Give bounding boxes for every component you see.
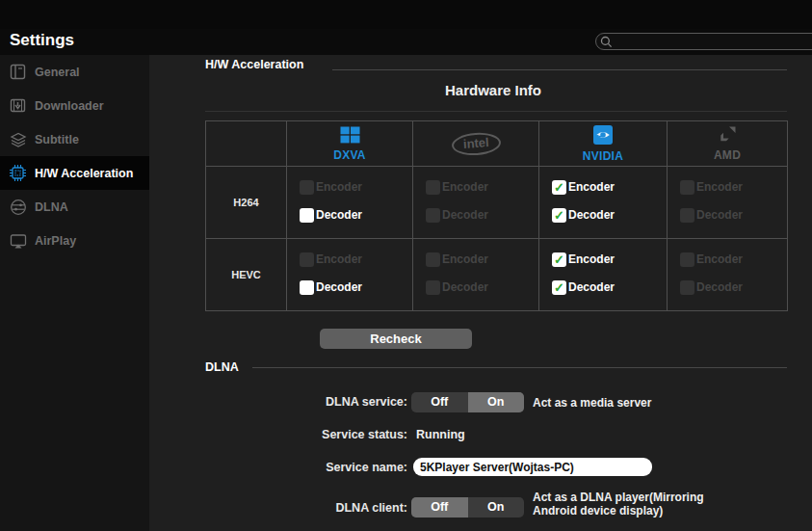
checkbox-box xyxy=(300,252,314,267)
table-corner-cell xyxy=(206,121,287,167)
codec-label-h264: H264 xyxy=(206,167,287,239)
checkbox-box xyxy=(680,208,694,223)
dlna-client-off-button[interactable]: Off xyxy=(411,497,468,518)
checkbox-hevc-intel-decoder: Decoder xyxy=(426,279,538,295)
sidebar-item-general[interactable]: General xyxy=(0,55,149,89)
hardware-info-underline xyxy=(205,111,787,112)
sidebar-item-label: Subtitle xyxy=(35,133,79,146)
checkbox-h264-intel-decoder: Decoder xyxy=(426,207,538,223)
checkbox-box xyxy=(426,252,440,267)
codec-label-hevc: HEVC xyxy=(206,239,287,311)
table-row-h264: H264 Encoder Decoder Encoder Decoder Enc… xyxy=(206,167,788,239)
cell-hevc-intel: Encoder Decoder xyxy=(413,239,539,311)
checkbox-box xyxy=(552,280,566,295)
column-header-intel: intel xyxy=(413,121,539,167)
cell-hevc-amd: Encoder Decoder xyxy=(668,239,788,311)
dlna-icon xyxy=(9,198,27,216)
dlna-client-description: Act as a DLNA player(Mirroring Android d… xyxy=(533,491,721,518)
checkbox-box xyxy=(680,252,694,267)
checkbox-box xyxy=(680,180,694,195)
checkbox-h264-nvidia-encoder[interactable]: Encoder xyxy=(552,179,667,195)
sidebar-item-airplay[interactable]: AirPlay xyxy=(0,224,149,257)
sidebar-item-dlna[interactable]: DLNA xyxy=(0,190,149,224)
checkbox-h264-nvidia-decoder[interactable]: Decoder xyxy=(552,207,667,223)
checkbox-box xyxy=(300,208,314,223)
search-icon xyxy=(600,36,613,48)
checkbox-hevc-amd-decoder: Decoder xyxy=(680,279,787,295)
checkbox-hevc-dxva-decoder[interactable]: Decoder xyxy=(300,279,412,295)
dlna-service-on-button[interactable]: On xyxy=(468,392,525,412)
checkbox-hevc-dxva-encoder: Encoder xyxy=(300,252,412,267)
checkbox-hevc-intel-encoder: Encoder xyxy=(426,252,538,267)
service-status-value: Running xyxy=(416,428,465,441)
service-name-input[interactable] xyxy=(413,458,652,476)
dlna-client-on-button[interactable]: On xyxy=(468,497,525,518)
checkbox-box xyxy=(552,252,566,267)
checkbox-h264-amd-decoder: Decoder xyxy=(680,207,787,223)
dlna-section-divider xyxy=(252,367,787,368)
checkbox-box xyxy=(300,280,314,295)
column-label-amd: AMD xyxy=(714,148,741,162)
hardware-info-table: DXVA intel NVIDIA AMD H264 xyxy=(205,120,788,311)
subtitle-icon xyxy=(9,130,27,148)
search-box[interactable] xyxy=(595,33,812,50)
downloader-icon xyxy=(9,96,27,115)
dlna-section-title: DLNA xyxy=(205,360,239,374)
checkbox-hevc-nvidia-encoder[interactable]: Encoder xyxy=(552,252,667,267)
column-header-nvidia: NVIDIA xyxy=(539,121,668,167)
cell-h264-nvidia: Encoder Decoder xyxy=(539,167,668,239)
dlna-service-toggle: Off On xyxy=(411,392,524,412)
dlna-client-toggle: Off On xyxy=(411,497,524,518)
dlna-service-description: Act as a media server xyxy=(533,396,651,410)
top-bar: Settings xyxy=(0,0,812,55)
table-row-hevc: HEVC Encoder Decoder Encoder Decoder Enc… xyxy=(206,239,788,311)
title-bar xyxy=(0,0,812,29)
sidebar-item-label: H/W Acceleration xyxy=(35,167,133,180)
nvidia-logo-icon xyxy=(593,125,613,148)
checkbox-h264-dxva-decoder[interactable]: Decoder xyxy=(300,207,412,223)
sidebar-item-label: General xyxy=(35,66,80,79)
cell-h264-dxva: Encoder Decoder xyxy=(287,167,413,239)
sidebar-item-subtitle[interactable]: Subtitle xyxy=(0,122,149,156)
cell-hevc-nvidia: Encoder Decoder xyxy=(539,239,668,311)
dlna-service-label: DLNA service: xyxy=(279,395,407,409)
airplay-icon xyxy=(9,231,27,250)
hardware-info-title: Hardware Info xyxy=(202,82,784,98)
checkbox-h264-intel-encoder: Encoder xyxy=(426,179,538,195)
checkbox-box xyxy=(680,280,694,295)
column-header-amd: AMD xyxy=(668,121,788,167)
general-icon xyxy=(9,63,27,81)
service-name-label: Service name: xyxy=(279,461,407,474)
checkbox-box xyxy=(426,280,440,295)
amd-logo-icon xyxy=(719,125,737,147)
column-label-dxva: DXVA xyxy=(333,148,366,162)
hw-section-title: H/W Acceleration xyxy=(205,58,303,71)
checkbox-box xyxy=(426,180,440,195)
column-header-dxva: DXVA xyxy=(287,121,413,167)
dlna-service-off-button[interactable]: Off xyxy=(411,392,468,412)
sidebar-item-label: AirPlay xyxy=(35,234,76,248)
page-title: Settings xyxy=(10,31,74,50)
service-status-label: Service status: xyxy=(279,428,407,441)
sidebar-item-label: DLNA xyxy=(35,200,68,214)
checkbox-box xyxy=(552,180,566,195)
sidebar-item-label: Downloader xyxy=(35,99,104,113)
checkbox-box xyxy=(552,208,566,223)
cell-h264-amd: Encoder Decoder xyxy=(668,167,788,239)
hw-section-divider xyxy=(332,69,787,70)
sidebar-item-hw-acceleration[interactable]: H/W Acceleration xyxy=(0,156,149,190)
cell-hevc-dxva: Encoder Decoder xyxy=(287,239,413,311)
sidebar: General Downloader Subtitle H xyxy=(0,55,149,531)
checkbox-hevc-nvidia-decoder[interactable]: Decoder xyxy=(552,279,667,295)
checkbox-h264-amd-encoder: Encoder xyxy=(680,179,787,195)
recheck-button[interactable]: Recheck xyxy=(320,329,472,349)
checkbox-box xyxy=(426,208,440,223)
search-input[interactable] xyxy=(613,36,796,47)
cell-h264-intel: Encoder Decoder xyxy=(413,167,539,239)
column-label-nvidia: NVIDIA xyxy=(583,149,623,163)
intel-logo-icon: intel xyxy=(451,131,501,156)
checkbox-hevc-amd-encoder: Encoder xyxy=(680,252,787,267)
checkbox-h264-dxva-encoder: Encoder xyxy=(300,179,412,195)
sidebar-item-downloader[interactable]: Downloader xyxy=(0,89,149,122)
checkbox-box xyxy=(300,180,314,195)
